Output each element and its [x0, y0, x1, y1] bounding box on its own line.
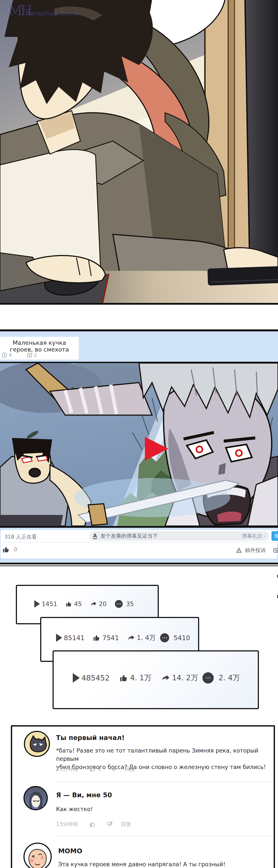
play-count-icon: [73, 673, 80, 683]
comment-text-line: Как жестко!: [56, 805, 93, 813]
play-count: 85141: [64, 634, 84, 642]
share-count: 1. 4万: [137, 633, 156, 642]
speech-view-count: 4: [9, 352, 12, 358]
share-count-icon: [127, 634, 135, 642]
like-count: 0: [14, 547, 17, 553]
comment-author[interactable]: Ты первый начал!: [56, 734, 125, 742]
comment-like-count: 1: [98, 766, 101, 772]
speech-line-1: Маленькая кучка: [0, 339, 79, 346]
site-watermark-text: Mangahub.space: [25, 10, 78, 17]
notes-icon[interactable]: [273, 547, 278, 553]
divider-bar: [0, 526, 278, 528]
more-count: 2. 4万: [219, 673, 240, 683]
comment-time: 13分钟前: [56, 766, 78, 773]
share-count-icon: [161, 673, 170, 682]
comment-author[interactable]: Я — Ви, мне 50: [56, 791, 112, 799]
speech-danmaku-count: 2: [34, 352, 37, 358]
danmaku-input[interactable]: A 发个友善的弹幕见证当下 弹幕礼仪 ›: [89, 531, 269, 541]
comment-text-line: *бать! Разве это не тот талантливый паре…: [56, 746, 273, 763]
danmaku-list-icon: [27, 352, 32, 358]
comment-divider: [54, 782, 273, 782]
watching-count: 318 人正在看: [4, 533, 37, 540]
comment-author[interactable]: МОМО: [58, 847, 82, 855]
more-count-icon: [115, 600, 123, 608]
share-count-icon: [90, 600, 97, 608]
more-count-icon: [160, 633, 169, 642]
comment-time: 13分钟前: [56, 821, 78, 828]
comment-reply-link[interactable]: 回复: [121, 821, 131, 828]
divider-bar-thin: [0, 565, 278, 566]
share-count: 20: [99, 600, 107, 608]
like-count: 4. 1万: [130, 673, 151, 683]
avatar-cat: [24, 731, 50, 757]
site-watermark: MH Mangahub.space: [8, 4, 30, 17]
player-divider: [2, 542, 276, 542]
like-count: 45: [74, 600, 82, 608]
comic-panel-battle-video: [0, 363, 278, 526]
play-count: 1451: [42, 600, 57, 608]
share-count: 14. 2万: [172, 673, 198, 683]
more-count: 5410: [173, 634, 190, 642]
avatar-hooded: [24, 786, 48, 810]
play-count: 485452: [81, 674, 110, 682]
play-badge-icon: [2, 352, 7, 358]
more-count-icon: [202, 672, 214, 684]
comic-panel-computer-room: [0, 0, 278, 305]
play-count-icon: [56, 633, 62, 642]
report-warning-icon[interactable]: [236, 547, 242, 553]
comment-dislike-icon[interactable]: [106, 821, 113, 828]
comment-reply-link[interactable]: 回复: [125, 766, 135, 773]
comment-like-icon[interactable]: [89, 821, 96, 828]
like-count-icon: [93, 634, 101, 642]
danmaku-placeholder: 发个友善的弹幕见证当下: [101, 532, 242, 539]
play-count-icon: [34, 600, 40, 608]
like-count-icon: [65, 600, 72, 608]
report-link[interactable]: 稿件投诉: [245, 547, 266, 554]
comment-divider: [54, 836, 273, 837]
offscreen-card-edge: [277, 575, 278, 578]
comment-dislike-icon[interactable]: [110, 766, 117, 772]
offscreen-card-edge: [277, 595, 278, 598]
like-count-icon: [119, 673, 128, 682]
divider-bar: [0, 330, 278, 331]
comment-text-line: Эта кучка героев меня давно напрягала! А…: [58, 860, 225, 868]
font-style-icon[interactable]: A: [93, 533, 97, 539]
thumbs-up-icon[interactable]: [2, 546, 10, 553]
more-count: 35: [126, 600, 134, 608]
like-count: 7541: [102, 634, 119, 642]
danmaku-speech-card: Маленькая кучка героев, во смехота 4 2: [0, 337, 79, 360]
comment-like-icon[interactable]: [89, 766, 96, 772]
danmaku-send-button[interactable]: 发: [272, 531, 278, 541]
chevron-right-icon: ›: [263, 533, 266, 539]
danmaku-etiquette-link[interactable]: 弹幕礼仪: [242, 533, 262, 539]
divider-bar-thick: [0, 563, 278, 564]
speech-line-2: героев, во смехота: [0, 346, 79, 353]
